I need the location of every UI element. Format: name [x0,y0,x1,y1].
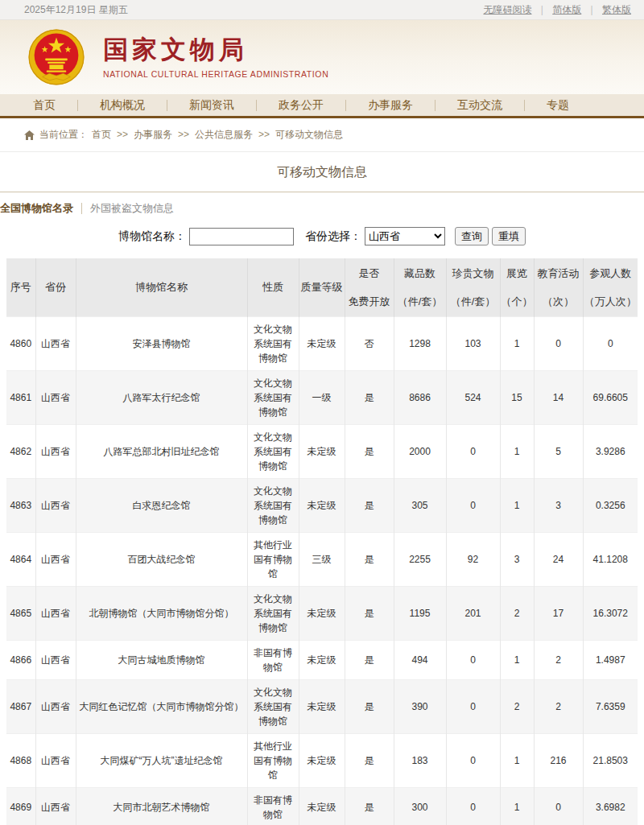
cell-col-1: 山西省 [35,679,76,733]
table-row: 4866山西省大同古城地质博物馆非国有博物馆未定级是4940121.4987 [6,640,638,679]
breadcrumb-item-0[interactable]: 首页 [92,129,111,140]
cell-col-0: 4864 [6,532,35,586]
cell-col-5: 是 [345,478,394,532]
cell-col-7: 103 [446,316,500,370]
cell-col-3: 其他行业国有博物馆 [247,733,299,787]
breadcrumb-label: 当前位置： [39,128,88,142]
cell-col-10: 0 [583,316,638,370]
cell-col-3: 文化文物系统国有博物馆 [247,316,299,370]
cell-col-5: 否 [345,316,394,370]
breadcrumb-item-1[interactable]: 办事服务 [134,129,172,140]
cell-col-9: 2 [534,640,583,679]
national-emblem-icon[interactable] [27,28,85,86]
cell-col-10: 16.3072 [583,586,638,640]
cell-col-3: 其他行业国有博物馆 [247,532,299,586]
nav-item-1[interactable]: 机构概况 [78,94,167,116]
nav-item-4[interactable]: 办事服务 [346,94,435,116]
province-select[interactable]: 山西省 [365,227,445,245]
cell-col-7: 0 [446,679,500,733]
breadcrumb-items: 首页>>办事服务>>公共信息服务>>可移动文物信息 [88,128,347,142]
topbar-link-separator: ｜ [587,3,597,17]
cell-col-8: 3 [500,532,534,586]
cell-col-6: 494 [394,640,446,679]
tab-bar: 全国博物馆名录外国被盗文物信息 [0,192,644,221]
cell-col-8: 2 [500,586,534,640]
column-header-4: 质量等级 [299,258,345,316]
cell-col-8: 1 [500,733,534,787]
cell-col-0: 4869 [6,787,35,825]
cell-col-5: 是 [345,787,394,825]
column-header-5: 是否免费开放 [345,258,394,316]
cell-col-4: 未定级 [299,787,345,825]
topbar-link-0[interactable]: 无障碍阅读 [483,3,531,17]
column-header-3: 性质 [247,258,299,316]
cell-col-4: 一级 [299,370,345,424]
cell-col-1: 山西省 [35,370,76,424]
cell-col-6: 305 [394,478,446,532]
cell-col-8: 1 [500,424,534,478]
table-header-row: 序号省份博物馆名称性质质量等级是否免费开放藏品数（件/套）珍贵文物（件/套）展览… [6,258,638,316]
table-row: 4861山西省八路军太行纪念馆文化文物系统国有博物馆一级是86865241514… [6,370,638,424]
cell-col-8: 2 [500,679,534,733]
cell-col-9: 0 [534,316,583,370]
breadcrumb-item-3[interactable]: 可移动文物信息 [275,129,343,140]
cell-col-10: 1.4987 [583,640,638,679]
cell-col-4: 未定级 [299,478,345,532]
cell-col-5: 是 [345,586,394,640]
province-label: 省份选择： [305,229,361,244]
topbar-link-2[interactable]: 繁体版 [602,3,631,17]
cell-col-0: 4861 [6,370,35,424]
nav-item-6[interactable]: 专题 [525,94,591,116]
cell-col-9: 24 [534,532,583,586]
cell-col-10: 7.6359 [583,679,638,733]
cell-col-5: 是 [345,679,394,733]
cell-col-5: 是 [345,532,394,586]
nav-item-0[interactable]: 首页 [11,94,77,116]
cell-col-6: 2255 [394,532,446,586]
museum-table-wrap: 序号省份博物馆名称性质质量等级是否免费开放藏品数（件/套）珍贵文物（件/套）展览… [6,258,638,825]
cell-col-9: 14 [534,370,583,424]
cell-col-3: 文化文物系统国有博物馆 [247,370,299,424]
table-row: 4867山西省大同红色记忆馆（大同市博物馆分馆）文化文物系统国有博物馆未定级是3… [6,679,638,733]
nav-item-3[interactable]: 政务公开 [257,94,345,116]
nav-item-5[interactable]: 互动交流 [436,94,524,116]
breadcrumb-separator: >> [178,129,189,140]
tab-1[interactable]: 外国被盗文物信息 [82,201,182,216]
column-header-0: 序号 [6,258,35,316]
cell-col-9: 3 [534,478,583,532]
breadcrumb-item-2[interactable]: 公共信息服务 [195,129,253,140]
topbar-link-1[interactable]: 简体版 [552,3,581,17]
cell-col-7: 92 [446,532,500,586]
cell-col-2: 大同市北朝艺术博物馆 [76,787,247,825]
cell-col-0: 4867 [6,679,35,733]
cell-col-3: 文化文物系统国有博物馆 [247,586,299,640]
tab-0[interactable]: 全国博物馆名录 [0,201,81,216]
museum-name-label: 博物馆名称： [118,229,186,244]
cell-col-2: 安泽县博物馆 [76,316,247,370]
cell-col-3: 非国有博物馆 [247,640,299,679]
nav-item-2[interactable]: 新闻资讯 [167,94,256,116]
cell-col-4: 未定级 [299,679,345,733]
museum-name-input[interactable] [189,228,294,245]
reset-button[interactable]: 重填 [492,227,526,245]
cell-col-6: 2000 [394,424,446,478]
table-row: 4869山西省大同市北朝艺术博物馆非国有博物馆未定级是3000103.6982 [6,787,638,825]
top-utility-bar: 2025年12月19日 星期五 无障碍阅读｜简体版｜繁体版 [0,0,644,20]
cell-col-1: 山西省 [35,316,76,370]
cell-col-3: 非国有博物馆 [247,787,299,825]
cell-col-7: 0 [446,478,500,532]
cell-col-8: 1 [500,316,534,370]
cell-col-9: 216 [534,733,583,787]
query-button[interactable]: 查询 [455,227,489,245]
cell-col-2: 八路军总部北村旧址纪念馆 [76,424,247,478]
cell-col-4: 未定级 [299,733,345,787]
cell-col-1: 山西省 [35,532,76,586]
cell-col-10: 0.3256 [583,478,638,532]
cell-col-6: 300 [394,787,446,825]
column-header-8: 展览（个） [500,258,534,316]
cell-col-6: 1298 [394,316,446,370]
cell-col-9: 0 [534,787,583,825]
cell-col-9: 17 [534,586,583,640]
cell-col-0: 4865 [6,586,35,640]
cell-col-5: 是 [345,733,394,787]
